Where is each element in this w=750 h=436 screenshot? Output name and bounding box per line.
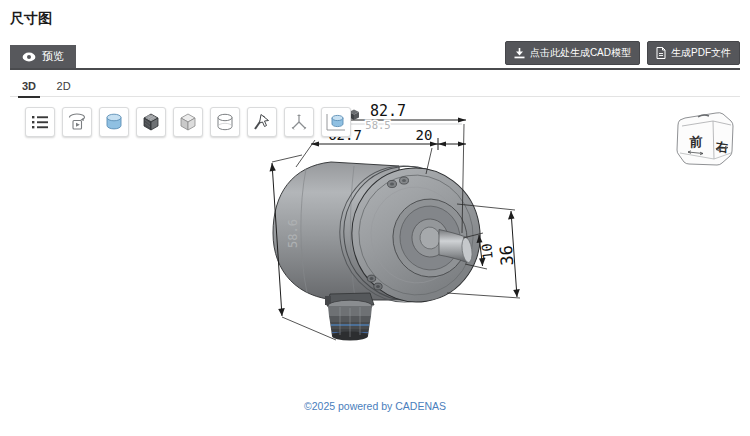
header-tabstrip: 预览 点击此处生成CAD模型 生成PDF文件: [10, 47, 740, 70]
dimension-cylinder-icon: [324, 110, 348, 134]
turntable-play-icon: [66, 111, 88, 133]
encoder-model-drawing: 58.6: [0, 98, 750, 400]
view-cube[interactable]: 前 右: [672, 106, 738, 172]
body-diameter-label: 58.6: [286, 219, 300, 248]
list-view-button[interactable]: [25, 107, 55, 137]
page-title: 尺寸图: [10, 10, 52, 28]
list-icon: [30, 112, 50, 132]
shaded-cylinder-icon: [103, 111, 125, 133]
dim-total-length-value: 82.7: [370, 102, 406, 120]
footer-credit-link[interactable]: ©2025 powered by CADENAS: [304, 400, 446, 412]
tab-3d[interactable]: 3D: [18, 78, 40, 98]
dimension-tabs: 3D 2D: [10, 76, 740, 97]
viewer-toolbar: [25, 107, 351, 137]
preview-tab-label: 预览: [42, 49, 64, 64]
connector-plug: [325, 293, 374, 341]
eye-icon: [22, 52, 36, 62]
download-icon: [514, 48, 525, 59]
tab-2d[interactable]: 2D: [53, 78, 75, 96]
preview-tab[interactable]: 预览: [10, 45, 76, 68]
dimensions-view-button[interactable]: [321, 107, 351, 137]
measure-button[interactable]: [247, 107, 277, 137]
measure-pointer-icon: [251, 111, 273, 133]
generate-cad-button[interactable]: 点击此处生成CAD模型: [505, 41, 640, 65]
cad-preview-page: 尺寸图 预览 点击此处生成CAD模型: [0, 0, 750, 436]
generate-pdf-label: 生成PDF文件: [671, 46, 731, 60]
axes-button[interactable]: [284, 107, 314, 137]
generate-pdf-button[interactable]: 生成PDF文件: [647, 41, 740, 65]
axes-icon: [288, 111, 310, 133]
shaded-edges-cube-icon: [140, 111, 162, 133]
shaded-edges-view-button[interactable]: [136, 107, 166, 137]
wireframe-cylinder-icon: [214, 111, 236, 133]
viewer-canvas[interactable]: 58.6: [0, 98, 750, 400]
dim-shaft-length-value: 20: [416, 127, 433, 143]
view-cube-front-label: 前: [690, 134, 703, 150]
dim-secondary-value: 58.5: [365, 119, 390, 131]
pdf-file-icon: [656, 47, 666, 59]
generate-cad-label: 点击此处生成CAD模型: [530, 46, 631, 60]
dim-shaft-diameter-value: 10: [478, 243, 496, 261]
solid-view-button[interactable]: [173, 107, 203, 137]
dim-flange-height-value: 36: [496, 245, 517, 267]
view-cube-graphic: 前 右: [672, 106, 738, 172]
shaded-view-button[interactable]: [99, 107, 129, 137]
turntable-animation-button[interactable]: [62, 107, 92, 137]
solid-cube-icon: [177, 111, 199, 133]
footer: ©2025 powered by CADENAS: [0, 396, 750, 414]
wireframe-view-button[interactable]: [210, 107, 240, 137]
header-buttons: 点击此处生成CAD模型 生成PDF文件: [505, 41, 740, 65]
